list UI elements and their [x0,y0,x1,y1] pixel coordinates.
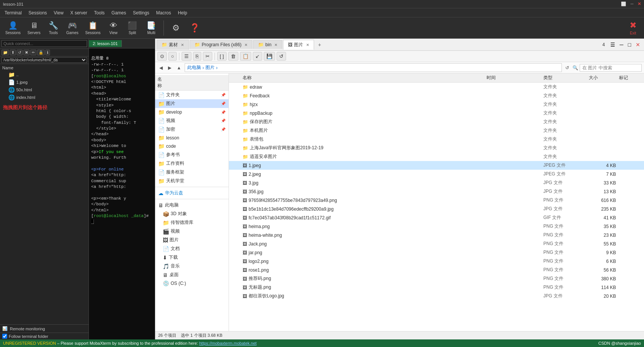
folder-item-docs[interactable]: 📄 文档 [155,244,229,253]
file-tb-new[interactable]: 📁 [2,50,9,55]
file-row-duowanglogo[interactable]: 🖼都往茶饮Logo.jpg JPG 文件 20 KB [229,292,644,300]
menu-item-settings[interactable]: Settings [130,9,152,16]
file-row-b5e1jpg[interactable]: 🖼b5e1b1dc13e84d7096edecffb29200a9.jpg JP… [229,205,644,213]
tab-close-pictures[interactable]: ✕ [306,43,309,47]
window-controls-icon[interactable]: ☰ [608,41,618,48]
explorer-tab-pictures[interactable]: 🖼 图片 ✕ [283,40,314,50]
remote-monitoring[interactable]: 📊 Remote monitoring [0,324,89,333]
status-link[interactable]: https://mobaxterm.mobatek.net [199,341,257,345]
close-explorer-icon[interactable]: ✕ [633,41,642,48]
col-header-tags[interactable]: 标记 [619,75,642,81]
file-row-logo2[interactable]: 🖼logo2.png PNG 文件 6 KB [229,257,644,266]
folder-item-pictures[interactable]: 📁 图片 📌 [155,99,229,108]
explorer-tab-sucai[interactable]: 📁 素材 ✕ [157,40,189,50]
tab-close-sucai[interactable]: ✕ [181,43,184,47]
toolbar-servers[interactable]: 🖥 Servers [25,20,43,36]
file-row-3jpg[interactable]: 🖼3.jpg JPG 文件 33 KB [229,178,644,187]
file-row-heima-white[interactable]: 🖼heima-white.png PNG 文件 23 KB [229,231,644,239]
file-row-heima[interactable]: 🖼heima.png PNG 文件 35 KB [229,222,644,231]
exp-btn-1[interactable]: ⊙ [157,52,167,61]
file-row-fc7gif[interactable]: 🖼fc7ec0457ab343f08b29cad1f1c51172.gif GI… [229,213,644,222]
file-tb-delete[interactable]: ✖ [23,50,30,55]
maximize-explorer-icon[interactable]: □ [626,41,633,48]
folder-item-pictures2[interactable]: 🖼 图片 [155,236,229,244]
addr-pictures-link[interactable]: 图片 [205,64,215,71]
col-name[interactable]: 名称 [157,76,162,89]
file-row-jack[interactable]: 🖼Jack.png PNG 文件 55 KB [229,239,644,248]
file-row-feedback[interactable]: 📁Feedback 文件夹 [229,91,644,100]
col-header-date[interactable]: 时间 [487,75,543,81]
toolbar-games[interactable]: 🎮 Games [64,19,81,36]
follow-terminal-checkbox[interactable] [2,334,7,339]
tree-item-50x[interactable]: 🌐 50x.html [1,86,88,94]
folder-item-gongzuo[interactable]: 📁 工作资料 [155,159,229,168]
win-minimize-icon[interactable]: ─ [630,2,633,6]
explorer-tab-programfiles[interactable]: 📁 Program Files (x86) ✕ [190,40,252,49]
win-restore-icon[interactable]: ⬜ [621,2,626,6]
file-tb-refresh[interactable]: ↺ [17,50,23,55]
win-close-icon[interactable]: ✕ [638,2,641,6]
file-tb-info[interactable]: ℹ [45,50,50,55]
tree-item-1jpeg[interactable]: 📄 1.jpeg [1,78,88,86]
file-row-wubiaoti[interactable]: 🖼无标题.png PNG 文件 114 KB [229,283,644,292]
menu-item-help[interactable]: Help [175,9,190,16]
tab-close-pf[interactable]: ✕ [244,43,247,47]
col-header-type[interactable]: 类型 [543,75,589,81]
file-row-local-pics[interactable]: 📁本机图片 文件夹 [229,126,644,135]
folder-item-video[interactable]: 📄 视频 📌 [155,116,229,125]
toolbar-help[interactable]: ❓ [187,22,203,34]
file-tb-upload[interactable]: ⬆ [10,50,16,55]
file-row-2jpeg[interactable]: 🖼2.jpeg JPEG 文件 7 KB [229,170,644,178]
folder-item-code[interactable]: 📁 code [155,142,229,150]
file-row-emoji[interactable]: 📁表情包 文件夹 [229,135,644,144]
folder-item-wenjianjia[interactable]: 📄 文件夹 📌 [155,91,229,99]
file-row-nppbackup[interactable]: 📁nppBackup 文件夹 [229,109,644,117]
exp-btn-move[interactable]: ↙ [253,52,262,61]
toolbar-split[interactable]: ⬛ Split [124,19,141,36]
toolbar-view[interactable]: 👁 View [105,20,122,36]
minimize-explorer-icon[interactable]: ─ [618,41,626,48]
nav-forward-button[interactable]: ▶ [166,64,173,71]
file-row-long-png[interactable]: 🖼97659f4285547755be7843d797923a49.png PN… [229,196,644,205]
terminal-tab-lesson101[interactable]: 2: lesson-101 [89,40,122,47]
menu-item-view[interactable]: View [51,9,67,16]
nav-refresh-button[interactable]: ↺ [563,64,571,71]
exp-btn-cut[interactable]: ✂ [203,52,212,61]
folder-item-develop[interactable]: 📁 develop 📌 [155,108,229,116]
explorer-tab-bin[interactable]: 📁 bin ✕ [253,40,282,49]
file-row-1jpeg[interactable]: 🖼1.jpeg JPEG 文件 4 KB [229,161,644,170]
file-row-356jpg[interactable]: 🖼356.jpg JPG 文件 13 KB [229,187,644,196]
folder-item-osc[interactable]: 💿 OS (C:) [155,279,229,288]
toolbar-sessions2[interactable]: 📋 Sessions [83,19,103,36]
file-row-saved-pics[interactable]: 📁保存的图片 文件夹 [229,117,644,126]
nav-up-button[interactable]: ▲ [175,64,183,71]
exp-btn-paste[interactable]: 📋 [240,52,251,61]
toolbar-settings[interactable]: ⚙ [168,22,184,34]
tree-item-index[interactable]: 🌐 index.html [1,94,88,101]
folder-item-downloads[interactable]: ⬇ 下载 [155,253,229,262]
folder-item-jiami[interactable]: 📄 加密 📌 [155,125,229,134]
nav-back-button[interactable]: ◀ [157,64,165,71]
tab-add-button[interactable]: + [315,40,324,49]
folder-item-chuanzhi[interactable]: 📁 传智德滑库 [155,218,229,227]
folder-item-lesson[interactable]: 📁 lesson [155,134,229,142]
toolbar-tools[interactable]: 🔧 Tools [45,19,62,36]
col-header-size[interactable]: 大小 [589,75,619,81]
folder-item-thispc[interactable]: 🖥 此电脑 [155,201,229,209]
folder-item-3d[interactable]: 📦 3D 对象 [155,209,229,218]
folder-item-desktop[interactable]: 🖥 桌面 [155,270,229,279]
exp-btn-refresh[interactable]: ↺ [277,52,286,61]
col-header-name[interactable]: 名称 [243,75,487,81]
menu-item-games[interactable]: Games [109,9,129,16]
folder-item-fuwu[interactable]: 📄 服务框架 [155,168,229,177]
folder-item-video2[interactable]: 🎬 视频 [155,227,229,236]
path-select[interactable]: /var/lib/docker/volumes/html/_da [2,57,87,63]
menu-item-terminal[interactable]: Terminal [2,9,25,16]
menu-item-macros[interactable]: Macros [153,9,174,16]
exp-btn-save[interactable]: 💾 [264,52,275,61]
tree-item-parent[interactable]: 📁 .. [1,71,88,78]
exp-btn-select[interactable]: [ ] [217,52,227,61]
exp-btn-3[interactable]: ☰ [182,52,191,61]
file-row-jar[interactable]: 🖼jar.png PNG 文件 9 KB [229,248,644,257]
file-row-rose1[interactable]: 🖼rose1.png PNG 文件 56 KB [229,266,644,274]
